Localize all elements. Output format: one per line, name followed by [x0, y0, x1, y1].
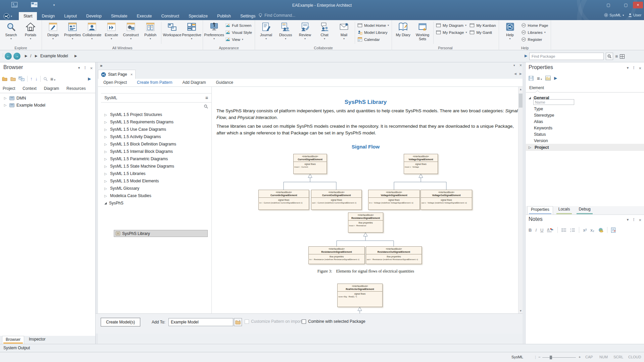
- uml-block-currentinsignalelement[interactable]: «interfaceBlock» CurrentInSignalElement …: [258, 190, 309, 210]
- pattern-search-icon[interactable]: [204, 104, 208, 109]
- pattern-group-modelica-case-studies[interactable]: ▷Modelica Case Studies: [101, 192, 212, 199]
- left-dock-tab-browser[interactable]: Browser: [2, 336, 24, 344]
- properties-expand-icon[interactable]: ▶: [554, 76, 557, 80]
- new-diagram-icon[interactable]: [18, 76, 24, 81]
- properties-tab-element[interactable]: Element: [526, 84, 644, 93]
- system-output-bar[interactable]: System Output: [0, 344, 644, 352]
- tab-close-icon[interactable]: ×: [131, 72, 133, 76]
- panel-pin-icon[interactable]: ⊺: [633, 218, 635, 223]
- save-icon[interactable]: [529, 76, 534, 81]
- ribbon-button-my-gantt[interactable]: My Gantt: [469, 29, 496, 35]
- find-command-box[interactable]: Find Command...: [258, 13, 295, 18]
- panel-close-icon[interactable]: ×: [639, 66, 641, 71]
- zoom-slider-thumb[interactable]: [550, 356, 552, 359]
- panel-dropdown-icon[interactable]: ▾: [627, 218, 629, 223]
- panel-pin-icon[interactable]: ⊺: [633, 66, 635, 71]
- ribbon-button-home-page[interactable]: Home Page: [521, 22, 548, 28]
- tab-scroll-right-icon[interactable]: ▶: [519, 72, 522, 75]
- collapsed-icon[interactable]: ▷: [104, 187, 108, 190]
- close-button[interactable]: ×: [633, 2, 643, 8]
- ribbon-button-search[interactable]: Search ▾: [1, 21, 21, 40]
- collapsed-icon[interactable]: ▷: [104, 165, 108, 168]
- ribbon-button-model-library[interactable]: Model Library: [357, 29, 389, 35]
- property-row-status[interactable]: Status: [534, 132, 546, 137]
- ribbon-tab-construct[interactable]: Construct: [157, 12, 184, 20]
- scrollbar-thumb[interactable]: [519, 94, 523, 108]
- ribbon-tab-simulate[interactable]: Simulate: [106, 12, 132, 20]
- browser-tab-resources[interactable]: Resources: [66, 84, 86, 93]
- panel-close-icon[interactable]: ×: [90, 66, 93, 71]
- panel-close-icon[interactable]: ×: [639, 218, 641, 223]
- subtab-add-diagram[interactable]: Add Diagram: [182, 79, 206, 86]
- find-package-search-button[interactable]: [606, 53, 613, 60]
- ribbon-button-model-home[interactable]: Model Home▾: [357, 22, 389, 28]
- ribbon-button-review[interactable]: Review ▾: [295, 21, 315, 40]
- subtab-create-from-pattern[interactable]: Create from Pattern: [137, 79, 172, 86]
- uml-block-resistanceoutsignalelement[interactable]: «interfaceBlock» ResistanceOutSignalElem…: [366, 246, 422, 264]
- collapsed-icon[interactable]: ▷: [104, 194, 108, 198]
- pattern-group-sysml-1-5-project-structures[interactable]: ▷SysML 1.5 Project Structures: [101, 111, 212, 118]
- menu-icon[interactable]: ≡: [615, 53, 618, 60]
- expand-left-icon[interactable]: ▶: [525, 54, 527, 58]
- layout-grid-icon[interactable]: [620, 54, 625, 59]
- font-color-icon[interactable]: A▾: [547, 228, 554, 233]
- ribbon-button-portals[interactable]: Portals ▾: [21, 21, 40, 40]
- ribbon-tab-specialize[interactable]: Specialize: [184, 12, 212, 20]
- collapsed-icon[interactable]: ▷: [104, 128, 108, 131]
- section-project[interactable]: ▷ Project: [526, 144, 644, 151]
- breadcrumb-item[interactable]: Example Model: [40, 54, 68, 58]
- ribbon-button-properties[interactable]: Properties ▾: [63, 21, 82, 40]
- user-badge[interactable]: User: [628, 13, 641, 17]
- pattern-group-sysml-1-5-libraries[interactable]: ▷SysML 1.5 Libraries: [101, 170, 212, 177]
- italic-icon[interactable]: I: [535, 228, 537, 233]
- ribbon-button-visual-style[interactable]: Visual Style: [225, 29, 252, 35]
- ribbon-button-calendar[interactable]: Calendar: [357, 37, 389, 42]
- ribbon-tab-design[interactable]: Design: [37, 12, 59, 20]
- pattern-group-sysml-1-5-activity-diagrams[interactable]: ▷SysML 1.5 Activity Diagrams: [101, 133, 212, 140]
- pattern-group-sysml-1-5-requirements-diagrams[interactable]: ▷SysML 1.5 Requirements Diagrams: [101, 118, 212, 126]
- ribbon-button-my-diary[interactable]: My Diary: [393, 21, 413, 40]
- ribbon-button-libraries[interactable]: Libraries▾: [521, 29, 548, 35]
- document-view[interactable]: SysPhS Library The SysPhS library consis…: [213, 87, 518, 313]
- pattern-group-sysml-1-5-state-machine-diagrams[interactable]: ▷SysML 1.5 State Machine Diagrams: [101, 163, 212, 170]
- subscript-icon[interactable]: x₂: [590, 228, 594, 233]
- ribbon-button-help[interactable]: Help ▾: [500, 21, 520, 40]
- pattern-group-sysml-1-5-model-elements[interactable]: ▷SysML 1.5 Model Elements: [101, 177, 212, 185]
- ribbon-button-collaborate[interactable]: Collaborate ▾: [82, 21, 102, 40]
- section-expanded-icon[interactable]: [529, 97, 531, 99]
- ribbon-button-my-diagram[interactable]: My Diagram▾: [436, 22, 467, 28]
- browser-menu-icon[interactable]: ≡ ▾: [50, 76, 55, 82]
- ribbon-button-my-package[interactable]: My Package▾: [436, 29, 467, 35]
- browse-folder-button[interactable]: [234, 318, 242, 326]
- customize-pattern-checkbox[interactable]: Customize Pattern on import: [245, 319, 302, 324]
- pattern-group-sysphs[interactable]: SysPhS: [101, 199, 212, 207]
- checkbox-box[interactable]: [245, 319, 249, 324]
- breadcrumb-root[interactable]: /: [30, 54, 31, 58]
- nav-forward-button[interactable]: →: [13, 53, 20, 60]
- combine-package-checkbox[interactable]: Combine with selected Package: [302, 319, 365, 324]
- bold-icon[interactable]: B: [529, 228, 532, 233]
- browser-tab-context[interactable]: Context: [22, 84, 36, 93]
- pattern-group-sysml-1-5-use-case-diagrams[interactable]: ▷SysML 1.5 Use Case Diagrams: [101, 126, 212, 133]
- uml-block-currentoutsignalelement[interactable]: «interfaceBlock» CurrentOutSignalElement…: [311, 190, 362, 210]
- uml-block-voltageinsignalelement[interactable]: «interfaceBlock» VoltageInSignalElement …: [368, 190, 420, 210]
- expand-icon[interactable]: ▷: [4, 96, 7, 100]
- minimize-button[interactable]: ▢: [604, 2, 613, 8]
- collapsed-icon[interactable]: ▷: [104, 150, 108, 154]
- collapsed-icon[interactable]: ▷: [104, 157, 108, 161]
- subtab-guidance[interactable]: Guidance: [216, 79, 233, 86]
- panel-pin-icon[interactable]: ⊺: [84, 66, 86, 71]
- nav-back-button[interactable]: ←: [5, 53, 12, 60]
- strip-close-icon[interactable]: ×: [519, 63, 522, 68]
- new-folder-icon[interactable]: [10, 77, 16, 81]
- ribbon-tab-layout[interactable]: Layout: [59, 12, 82, 20]
- properties-menu-icon[interactable]: ≡ ▾: [537, 75, 542, 81]
- breadcrumb-arrow-icon[interactable]: ▶: [35, 54, 38, 58]
- tree-item-example-model[interactable]: ▷ Example Model: [0, 102, 95, 109]
- browser-tab-diagram[interactable]: Diagram: [44, 84, 59, 93]
- property-row-version[interactable]: Version: [534, 138, 548, 143]
- tab-start-page[interactable]: Start Page ×: [98, 70, 136, 79]
- collapsed-icon[interactable]: ▷: [104, 120, 108, 124]
- ribbon-button-register[interactable]: Register: [521, 37, 548, 42]
- ribbon-button-design[interactable]: Design ▾: [43, 21, 63, 40]
